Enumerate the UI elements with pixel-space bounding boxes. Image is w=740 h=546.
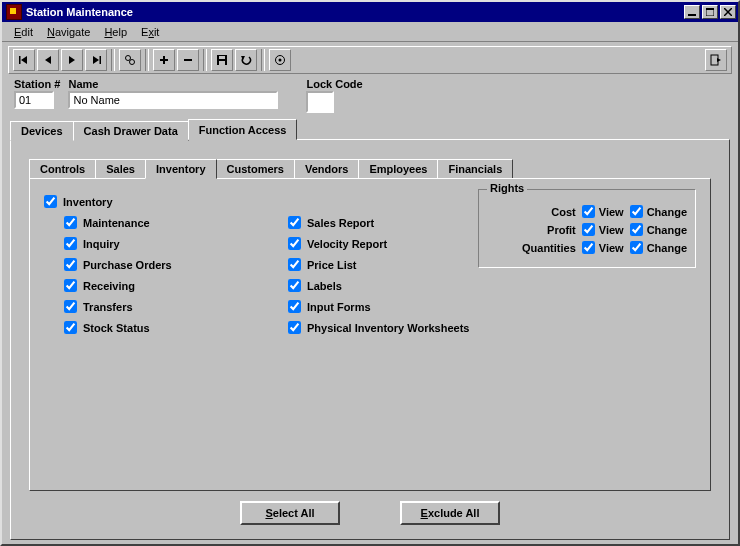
save-button[interactable] (211, 49, 233, 71)
chk-purchase-orders[interactable] (64, 258, 77, 271)
svg-marker-23 (717, 58, 721, 62)
svg-rect-2 (706, 8, 714, 10)
svg-rect-14 (160, 59, 168, 61)
itab-customers[interactable]: Customers (216, 159, 295, 179)
window-title: Station Maintenance (26, 6, 684, 18)
exclude-all-button[interactable]: Exclude All (400, 501, 500, 525)
station-num-input[interactable] (14, 91, 54, 109)
menu-edit[interactable]: Edit (8, 25, 39, 39)
name-label: Name (68, 78, 278, 90)
svg-point-12 (130, 60, 135, 65)
chk-input-forms[interactable] (288, 300, 301, 313)
svg-point-11 (126, 56, 131, 61)
chk-quantities-view[interactable] (582, 241, 595, 254)
itab-financials[interactable]: Financials (437, 159, 513, 179)
top-tabs: Devices Cash Drawer Data Function Access (10, 117, 730, 139)
app-icon (6, 4, 22, 20)
chk-transfers[interactable] (64, 300, 77, 313)
chk-maintenance[interactable] (64, 216, 77, 229)
search-button[interactable] (119, 49, 141, 71)
lock-code-input[interactable] (306, 91, 334, 113)
lbl-transfers: Transfers (83, 301, 133, 313)
chk-labels[interactable] (288, 279, 301, 292)
chk-inventory[interactable] (44, 195, 57, 208)
last-record-button[interactable] (85, 49, 107, 71)
lbl-sales-report: Sales Report (307, 217, 374, 229)
menu-navigate[interactable]: Navigate (41, 25, 96, 39)
chk-quantities-change[interactable] (630, 241, 643, 254)
lbl-view: View (599, 242, 624, 254)
chk-cost-change[interactable] (630, 205, 643, 218)
menu-bar: Edit Navigate Help Exit (2, 22, 738, 42)
remove-button[interactable] (177, 49, 199, 71)
chk-receiving[interactable] (64, 279, 77, 292)
lbl-physical-worksheets: Physical Inventory Worksheets (307, 322, 469, 334)
rights-legend: Rights (487, 182, 527, 194)
itab-sales[interactable]: Sales (95, 159, 146, 179)
station-num-label: Station # (14, 78, 60, 90)
undo-button[interactable] (235, 49, 257, 71)
inventory-panel: Inventory Maintenance Inquiry Purchase O… (29, 178, 711, 491)
chk-velocity-report[interactable] (288, 237, 301, 250)
chk-profit-change[interactable] (630, 223, 643, 236)
select-all-button[interactable]: Select All (240, 501, 340, 525)
chk-inquiry[interactable] (64, 237, 77, 250)
lbl-receiving: Receiving (83, 280, 135, 292)
chk-stock-status[interactable] (64, 321, 77, 334)
svg-rect-17 (219, 56, 225, 59)
tab-function-access[interactable]: Function Access (188, 119, 298, 140)
close-button[interactable] (720, 5, 736, 19)
lbl-maintenance: Maintenance (83, 217, 150, 229)
chk-sales-report[interactable] (288, 216, 301, 229)
chk-cost-view[interactable] (582, 205, 595, 218)
minimize-button[interactable] (684, 5, 700, 19)
lock-code-label: Lock Code (306, 78, 362, 90)
chk-physical-worksheets[interactable] (288, 321, 301, 334)
maximize-button[interactable] (702, 5, 718, 19)
chk-inventory-label: Inventory (63, 196, 113, 208)
exit-button[interactable] (705, 49, 727, 71)
toolbar (8, 46, 732, 74)
svg-point-21 (279, 59, 282, 62)
itab-inventory[interactable]: Inventory (145, 159, 217, 179)
lbl-change: Change (647, 224, 687, 236)
menu-exit[interactable]: Exit (135, 25, 165, 39)
itab-employees[interactable]: Employees (358, 159, 438, 179)
svg-rect-22 (711, 55, 718, 65)
tab-devices[interactable]: Devices (10, 121, 74, 141)
svg-marker-9 (93, 56, 99, 64)
name-input[interactable] (68, 91, 278, 109)
next-record-button[interactable] (61, 49, 83, 71)
rights-groupbox: Rights Cost View Change Profit View Chan… (478, 189, 696, 268)
svg-rect-10 (100, 56, 102, 64)
lbl-change: Change (647, 206, 687, 218)
lbl-price-list: Price List (307, 259, 357, 271)
svg-marker-6 (21, 56, 27, 64)
svg-marker-7 (45, 56, 51, 64)
itab-controls[interactable]: Controls (29, 159, 96, 179)
itab-vendors[interactable]: Vendors (294, 159, 359, 179)
chk-price-list[interactable] (288, 258, 301, 271)
target-button[interactable] (269, 49, 291, 71)
lbl-view: View (599, 224, 624, 236)
lbl-purchase-orders: Purchase Orders (83, 259, 172, 271)
function-access-panel: Controls Sales Inventory Customers Vendo… (10, 139, 730, 540)
toolbar-separator (111, 49, 115, 71)
lbl-input-forms: Input Forms (307, 301, 371, 313)
svg-rect-18 (219, 61, 225, 65)
chk-profit-view[interactable] (582, 223, 595, 236)
svg-rect-0 (688, 14, 696, 16)
inner-tabs: Controls Sales Inventory Customers Vendo… (29, 156, 711, 178)
toolbar-separator (203, 49, 207, 71)
lbl-change: Change (647, 242, 687, 254)
first-record-button[interactable] (13, 49, 35, 71)
add-button[interactable] (153, 49, 175, 71)
toolbar-separator (261, 49, 265, 71)
svg-marker-8 (69, 56, 75, 64)
button-row: Select All Exclude All (29, 491, 711, 529)
toolbar-separator (145, 49, 149, 71)
menu-help[interactable]: Help (98, 25, 133, 39)
svg-rect-5 (19, 56, 21, 64)
prev-record-button[interactable] (37, 49, 59, 71)
tab-cash-drawer-data[interactable]: Cash Drawer Data (73, 121, 189, 141)
